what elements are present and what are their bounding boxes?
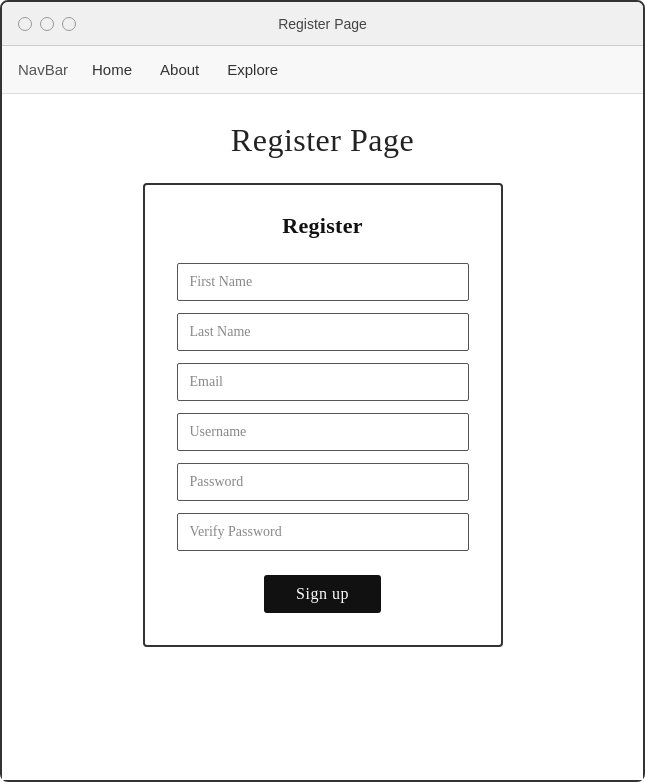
browser-title: Register Page — [278, 16, 367, 32]
register-heading: Register — [282, 213, 363, 239]
main-content: Register Page Register Sign up — [2, 94, 643, 780]
nav-link-explore[interactable]: Explore — [215, 57, 290, 82]
window-controls — [18, 17, 76, 31]
email-input[interactable] — [177, 363, 469, 401]
navbar: NavBar Home About Explore — [2, 46, 643, 94]
first-name-input[interactable] — [177, 263, 469, 301]
page-title: Register Page — [231, 122, 414, 159]
register-form — [177, 263, 469, 551]
nav-link-about[interactable]: About — [148, 57, 211, 82]
username-input[interactable] — [177, 413, 469, 451]
navbar-brand: NavBar — [18, 61, 68, 78]
window-close-button[interactable] — [18, 17, 32, 31]
nav-link-home[interactable]: Home — [80, 57, 144, 82]
verify-password-input[interactable] — [177, 513, 469, 551]
browser-window: Register Page NavBar Home About Explore … — [0, 0, 645, 782]
window-maximize-button[interactable] — [62, 17, 76, 31]
window-minimize-button[interactable] — [40, 17, 54, 31]
signup-button[interactable]: Sign up — [264, 575, 381, 613]
password-input[interactable] — [177, 463, 469, 501]
last-name-input[interactable] — [177, 313, 469, 351]
title-bar: Register Page — [2, 2, 643, 46]
register-card: Register Sign up — [143, 183, 503, 647]
